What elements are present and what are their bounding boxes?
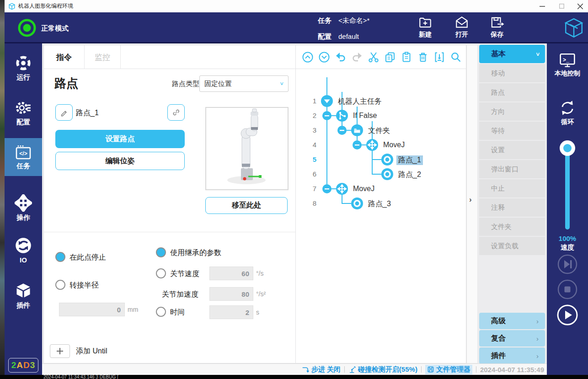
chevron-down-icon: ˅ xyxy=(280,80,283,87)
edit-pose-button[interactable]: 编辑位姿 xyxy=(55,152,185,170)
palette-item-waypoint[interactable]: 路点 xyxy=(479,83,545,101)
sidebar-item-run[interactable]: 运行 xyxy=(5,55,42,82)
joint-accel-input[interactable] xyxy=(209,287,253,301)
tree-row-movej[interactable]: 4 MoveJ xyxy=(296,138,466,152)
joint-speed-input[interactable] xyxy=(209,267,253,280)
palette-collapse-handle[interactable]: › xyxy=(466,45,478,363)
local-control-button[interactable]: >_ 本地控制 xyxy=(547,53,588,78)
move-down-button[interactable] xyxy=(318,51,330,63)
blend-radius-input[interactable] xyxy=(59,303,125,316)
left-sidebar: 运行 配置 </> 任务 xyxy=(5,43,42,375)
link-waypoint-button[interactable] xyxy=(167,104,185,121)
loop-button[interactable]: 循环 xyxy=(547,99,588,126)
insert-button[interactable] xyxy=(433,51,445,63)
waypoint-icon xyxy=(351,198,363,209)
open-icon xyxy=(454,15,469,30)
new-folder-icon xyxy=(418,15,433,30)
collapse-minus-icon[interactable] xyxy=(322,184,331,193)
sidebar-item-plugin[interactable]: 插件 xyxy=(5,282,42,310)
movej-icon xyxy=(336,183,348,195)
palette-item-move[interactable]: 移动 xyxy=(479,64,545,82)
config-name: default xyxy=(338,32,359,40)
sidebar-item-config[interactable]: 配置 xyxy=(5,100,42,127)
tab-monitor[interactable]: 监控 xyxy=(85,45,121,69)
tree-row-waypoint1[interactable]: 5 路点_1 xyxy=(296,152,466,167)
new-task-button[interactable]: 新建 xyxy=(411,15,440,39)
palette-item-payload[interactable]: 设置负载 xyxy=(479,237,545,255)
maximize-button[interactable] xyxy=(552,0,571,12)
joint-accel-label: 关节加速度 xyxy=(162,290,198,299)
time-radio[interactable] xyxy=(156,307,166,317)
palette-item-set[interactable]: 设置 xyxy=(479,141,545,159)
delete-button[interactable] xyxy=(417,51,429,63)
time-label: 时间 xyxy=(170,308,185,317)
joint-speed-radio[interactable] xyxy=(156,268,166,278)
separator xyxy=(421,366,422,373)
chevron-down-icon: ˅ xyxy=(536,51,540,58)
file-manager-button[interactable]: 文件管理器 xyxy=(425,365,472,374)
sidebar-item-io[interactable]: IO xyxy=(5,237,42,264)
tree-row-main-task[interactable]: 1 机器人主任务 xyxy=(296,94,466,108)
palette-item-direction[interactable]: 方向 xyxy=(479,102,545,121)
sidebar-item-task[interactable]: </> 任务 xyxy=(5,138,42,176)
minimize-button[interactable] xyxy=(533,0,552,12)
io-exchange-icon xyxy=(15,237,32,254)
terminal-icon: >_ xyxy=(559,53,576,68)
collapse-minus-icon[interactable] xyxy=(337,126,347,135)
move-here-button[interactable]: 移至此处 xyxy=(205,197,288,214)
palette-item-folder[interactable]: 文件夹 xyxy=(479,218,545,236)
play-button[interactable] xyxy=(557,304,578,326)
cut-button[interactable] xyxy=(368,51,380,63)
speed-slider-thumb[interactable] xyxy=(560,140,575,156)
add-until-button[interactable] xyxy=(50,344,70,358)
paste-button[interactable] xyxy=(401,51,412,63)
copy-button[interactable] xyxy=(384,51,396,63)
blend-radius-radio[interactable] xyxy=(55,280,65,290)
close-button[interactable] xyxy=(571,0,588,12)
joint-speed-label: 关节速度 xyxy=(170,269,199,279)
set-waypoint-button[interactable]: 设置路点 xyxy=(55,130,185,148)
palette-item-wait[interactable]: 等待 xyxy=(479,122,545,140)
palette-group-advanced[interactable]: 高级› xyxy=(479,313,545,329)
collapse-minus-icon[interactable] xyxy=(353,140,362,149)
collision-detect-toggle[interactable]: 碰撞检测开启(55%) xyxy=(348,365,417,374)
step-forward-button[interactable] xyxy=(557,254,577,274)
time-input[interactable] xyxy=(209,305,253,319)
tree-row-waypoint3[interactable]: 8 路点_3 xyxy=(296,196,466,211)
tree-row-folder[interactable]: 3 文件夹 xyxy=(296,123,466,138)
task-label: 任务 xyxy=(318,16,331,25)
open-task-button[interactable]: 打开 xyxy=(447,15,476,39)
stop-here-radio[interactable] xyxy=(55,252,65,262)
collapse-triangle-icon[interactable] xyxy=(321,95,333,107)
waypoint-icon xyxy=(381,168,393,180)
undo-button[interactable] xyxy=(335,51,347,63)
tree-row-if[interactable]: 2 If False xyxy=(296,108,466,123)
speed-slider-track[interactable] xyxy=(565,147,570,230)
palette-item-comment[interactable]: 注释 xyxy=(479,198,545,217)
folder-icon xyxy=(351,124,363,136)
palette-item-abort[interactable]: 中止 xyxy=(479,179,545,198)
palette-group-plugin[interactable]: 插件› xyxy=(479,347,545,364)
sidebar-item-operate[interactable]: 操作 xyxy=(5,194,42,222)
tree-row-waypoint2[interactable]: 6 路点_2 xyxy=(296,167,466,181)
palette-group-composite[interactable]: 复合› xyxy=(479,330,545,347)
debug-text: 2024-04-07 11:34:43.146 3 DEBUG [ xyxy=(43,375,118,379)
palette-item-popup[interactable]: 弹出窗口 xyxy=(479,160,545,178)
tab-command[interactable]: 指令 xyxy=(44,45,85,69)
waypoint-type-select[interactable]: 固定位置 ˅ xyxy=(199,75,289,92)
pencil-icon xyxy=(60,108,68,117)
save-task-button[interactable]: 保存 xyxy=(482,15,512,39)
stop-here-label: 在此点停止 xyxy=(69,253,106,262)
search-button[interactable] xyxy=(450,51,462,63)
move-up-button[interactable] xyxy=(302,51,314,63)
redo-button[interactable] xyxy=(351,51,363,63)
inherit-params-radio[interactable] xyxy=(156,247,166,257)
tree-row-movej2[interactable]: 7 MoveJ xyxy=(296,181,466,196)
chevron-right-icon: › xyxy=(536,335,539,342)
rename-waypoint-button[interactable] xyxy=(55,104,73,121)
palette-group-basic[interactable]: 基本 ˅ xyxy=(479,45,545,63)
step-mode-toggle[interactable]: 步进 关闭 xyxy=(302,365,341,374)
collapse-minus-icon[interactable] xyxy=(322,111,331,120)
waypoint-type-label: 路点类型 xyxy=(172,80,199,88)
stop-button[interactable] xyxy=(557,279,577,299)
